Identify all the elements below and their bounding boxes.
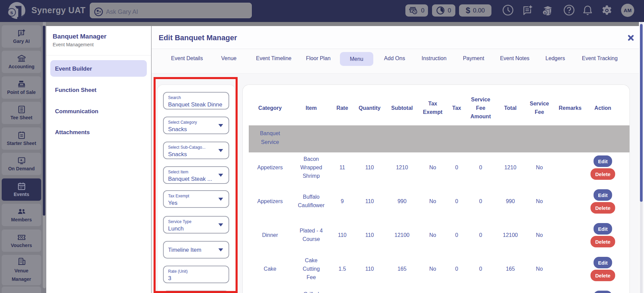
svg-text:s: s [10, 9, 13, 15]
svg-text:s: s [544, 11, 546, 15]
